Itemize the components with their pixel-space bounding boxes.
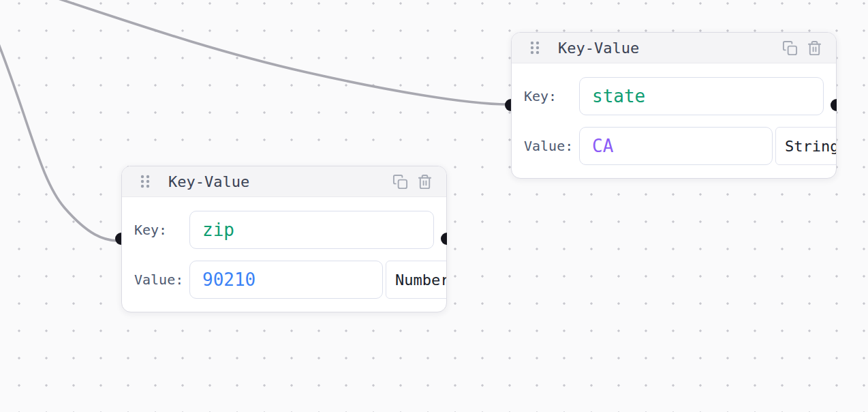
node-title: Key-Value — [558, 40, 639, 57]
value-label: Value: — [524, 138, 579, 154]
grip-dots-icon[interactable] — [140, 174, 151, 189]
value-type-select[interactable]: Number — [386, 261, 447, 299]
trash-icon — [807, 40, 822, 56]
key-label: Key: — [134, 222, 189, 238]
key-input[interactable] — [579, 77, 824, 115]
value-type-select[interactable]: String — [775, 127, 837, 165]
key-row: Key: — [524, 77, 824, 115]
node-card: Key-Value — [511, 32, 837, 179]
trash-button[interactable] — [807, 40, 822, 56]
copy-button[interactable] — [392, 174, 408, 190]
node-card: Key-Value — [121, 166, 447, 312]
node-body: Key: Value: Number — [122, 197, 446, 299]
node-header[interactable]: Key-Value — [122, 166, 446, 197]
copy-icon — [392, 174, 408, 190]
key-row: Key: — [134, 211, 434, 249]
value-type-label: String — [785, 138, 837, 155]
value-input[interactable] — [189, 261, 383, 299]
edge-connection[interactable] — [0, 42, 117, 241]
value-input[interactable] — [579, 127, 773, 165]
flow-canvas[interactable]: Key-Value — [0, 0, 868, 412]
key-label: Key: — [524, 88, 579, 104]
value-type-label: Number — [395, 271, 447, 289]
copy-button[interactable] — [782, 40, 798, 56]
value-label: Value: — [134, 271, 189, 288]
node-body: Key: Value: String — [512, 63, 836, 165]
key-value-node-state[interactable]: Key-Value — [511, 32, 837, 179]
edge-connection[interactable] — [37, 0, 508, 104]
grip-dots-icon[interactable] — [529, 40, 540, 55]
key-value-node-zip[interactable]: Key-Value — [121, 166, 447, 312]
node-title: Key-Value — [168, 173, 249, 190]
node-actions — [782, 40, 822, 56]
key-input[interactable] — [189, 211, 434, 249]
trash-button[interactable] — [417, 174, 433, 190]
value-row: Value: Number — [134, 261, 434, 299]
trash-icon — [417, 174, 433, 190]
value-row: Value: String — [524, 127, 824, 165]
copy-icon — [782, 40, 798, 56]
node-actions — [392, 174, 433, 190]
node-header[interactable]: Key-Value — [512, 33, 836, 63]
